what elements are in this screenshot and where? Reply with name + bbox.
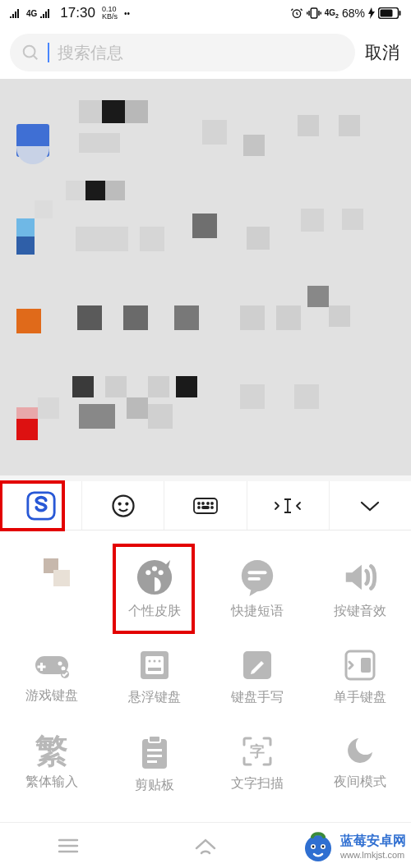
vibrate-icon [307,7,321,20]
signal-icon-2 [40,8,53,18]
svg-point-28 [58,662,62,666]
grid-item-skin[interactable]: 个性皮肤 [103,547,206,636]
net-unit: KB/s [102,13,118,21]
svg-rect-3 [381,10,393,17]
ime-collapse-button[interactable] [330,481,411,530]
svg-point-19 [145,570,150,575]
grid-item-float[interactable]: 悬浮键盘 [103,636,206,723]
search-row: 取消 [0,26,411,79]
svg-rect-42 [147,749,162,751]
svg-rect-40 [142,739,167,769]
svg-rect-4 [399,11,401,16]
svg-point-5 [24,46,35,57]
svg-rect-33 [148,668,161,671]
grid-label: 文字扫描 [231,775,284,792]
svg-point-20 [151,566,156,571]
search-icon [21,44,39,62]
search-box[interactable] [10,34,355,71]
status-bar: 4G 17:30 0.10 KB/s •• 4G2 68% [0,0,411,26]
ime-emoji-button[interactable] [82,481,164,530]
svg-point-9 [126,503,127,504]
grid-label: 个性皮肤 [128,603,181,620]
more-dots-icon: •• [124,9,130,18]
float-keyboard-icon [137,648,172,682]
grid-label: 按键音效 [334,603,386,620]
svg-point-29 [61,667,65,671]
svg-point-14 [211,503,213,504]
svg-point-15 [198,507,200,508]
grid-label: 剪贴板 [135,777,174,794]
alarm-icon [290,7,303,20]
chat-icon [238,558,276,596]
grid-label: 夜间模式 [334,774,386,791]
svg-rect-39 [361,658,371,673]
grid-item-blur[interactable] [0,547,103,636]
svg-point-21 [158,570,163,575]
grid-item-traditional[interactable]: 繁 繁体输入 [0,723,103,811]
grid-label: 键盘手写 [231,689,284,706]
ime-panel: 个性皮肤 快捷短语 按键音效 游戏键盘 悬浮键盘 [0,481,411,868]
text-cursor [48,43,49,62]
svg-point-34 [148,660,150,663]
battery-pct: 68% [342,7,365,20]
ime-cursor-button[interactable] [247,481,330,530]
sogou-logo-icon [25,490,57,521]
grid-item-clipboard[interactable]: 剪贴板 [103,723,206,811]
svg-point-50 [322,846,325,848]
search-input[interactable] [58,44,344,62]
grid-item-onehand[interactable]: 单手键盘 [308,636,411,723]
ime-logo-button[interactable] [0,481,82,530]
scan-icon: 字 [240,734,275,769]
blueberry-logo-icon [301,829,335,863]
svg-point-22 [241,560,272,591]
grid-item-sound[interactable]: 按键音效 [308,547,411,636]
svg-point-12 [202,503,204,504]
svg-rect-23 [247,571,266,574]
svg-rect-1 [311,8,317,18]
battery-icon [378,7,401,19]
grid-label: 快捷短语 [231,603,284,620]
svg-point-17 [211,507,213,508]
grid-item-handwrite[interactable]: 键盘手写 [206,636,308,723]
watermark-title: 蓝莓安卓网 [340,833,406,850]
svg-rect-44 [147,760,157,763]
blurred-content [0,79,411,475]
nav-menu-button[interactable] [0,823,137,868]
svg-rect-16 [202,507,209,508]
svg-rect-32 [145,656,164,674]
grid-item-scan[interactable]: 字 文字扫描 [206,723,308,811]
svg-rect-27 [37,666,45,668]
onehand-icon [343,648,377,682]
palette-icon [136,558,173,596]
ime-settings-grid: 个性皮肤 快捷短语 按键音效 游戏键盘 悬浮键盘 [0,530,411,822]
home-icon [193,837,218,855]
grid-label: 单手键盘 [334,689,386,706]
svg-point-8 [118,503,120,504]
ime-toolbar [0,481,411,530]
watermark: 蓝莓安卓网 www.lmkjst.com [301,829,406,863]
grid-item-phrase[interactable]: 快捷短语 [206,547,308,636]
svg-point-7 [113,495,133,516]
cancel-button[interactable]: 取消 [365,41,399,64]
chevron-down-icon [359,499,381,512]
svg-rect-24 [247,577,260,581]
ime-keyboard-button[interactable] [164,481,247,530]
status-left: 4G 17:30 0.10 KB/s •• [10,5,130,21]
menu-icon [58,838,79,854]
svg-point-35 [153,660,155,663]
clipboard-icon [139,734,170,770]
grid-item-night[interactable]: 夜间模式 [308,723,411,811]
signal-label: 4G [26,9,37,18]
nav-home-button[interactable] [137,823,275,868]
grid-item-gamepad[interactable]: 游戏键盘 [0,636,103,723]
time-label: 17:30 [60,5,95,21]
gamepad-icon [32,648,72,681]
watermark-url: www.lmkjst.com [340,850,406,860]
svg-point-46 [305,835,331,861]
data-label-4g: 4G2 [325,8,339,19]
fan-icon: 繁 [35,734,68,767]
svg-point-11 [198,503,200,504]
svg-text:字: 字 [250,743,265,760]
charging-icon [368,7,375,19]
status-right: 4G2 68% [290,7,401,20]
